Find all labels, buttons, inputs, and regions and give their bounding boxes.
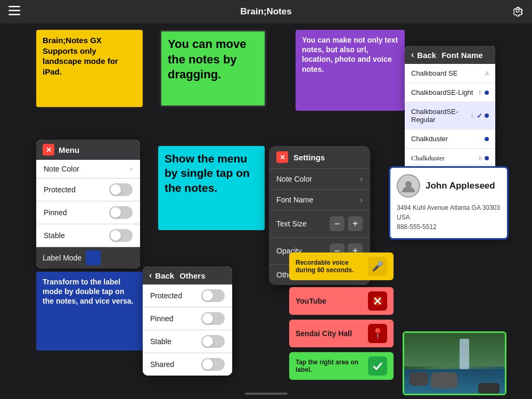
scroll-indicator [245, 393, 288, 395]
settings-close-button[interactable]: ✕ [276, 151, 288, 163]
protected-toggle[interactable] [109, 183, 133, 196]
label-note-voice[interactable]: Recordable voice during 60 seconds. 🎤 [289, 253, 394, 280]
menu-close-button[interactable]: ✕ [43, 144, 54, 156]
menu-item-protected[interactable]: Protected [36, 178, 140, 201]
font-panel-title: Font Name [441, 51, 483, 60]
font-dot-1 [485, 91, 489, 95]
contact-info: 3494 Kuhl Avenue Atlanta GA 30303 USA 88… [397, 203, 501, 232]
text-size-plus[interactable]: + [348, 216, 363, 231]
others-header[interactable]: ‹ Back Others [143, 266, 232, 284]
note-green-text: You can move the notes by dragging. [168, 37, 247, 81]
back-arrow-icon: ‹ [411, 50, 414, 60]
label-mode-tab [86, 250, 101, 265]
note-purple-text: You can make not only text notes, but al… [302, 36, 398, 74]
note-green[interactable]: You can move the notes by dragging. [160, 30, 266, 107]
font-dot-4 [485, 156, 489, 160]
font-alpha-0: A [485, 70, 489, 77]
stable-toggle[interactable] [109, 229, 133, 242]
others-pinned-toggle[interactable] [201, 312, 225, 325]
font-name-4: Chalkduster [411, 154, 445, 162]
chevron-icon: › [360, 175, 363, 183]
font-item-2[interactable]: ChalkboardSE-Regular L ✓ [405, 102, 495, 129]
menu-panel: ✕ Menu Note Color › Protected Pinned Sta… [36, 140, 140, 268]
menu-item-note-color[interactable]: Note Color › [36, 160, 140, 178]
app-title: Brain;Notes [240, 6, 291, 17]
note-blue-dark[interactable]: Transform to the label mode by double ta… [36, 272, 143, 351]
note-cyan[interactable]: Show the menu by single tap on the notes… [158, 146, 265, 230]
note-purple[interactable]: You can make not only text notes, but al… [296, 30, 405, 111]
chevron-icon: › [360, 196, 363, 204]
font-alpha-2: L [471, 112, 474, 119]
font-item-4[interactable]: Chalkduster R [405, 149, 495, 168]
contact-phone: 888-555-5512 [397, 223, 437, 231]
font-dot-3 [485, 137, 489, 141]
others-item-protected[interactable]: Protected [143, 284, 232, 307]
checkmark-icon: ✓ [477, 112, 482, 120]
font-alpha-1: F [479, 89, 482, 96]
text-size-minus[interactable]: − [330, 216, 345, 231]
others-panel: ‹ Back Others Protected Pinned Stable Sh… [143, 266, 232, 376]
others-stable-toggle[interactable] [201, 335, 225, 348]
label-note-sendai[interactable]: Sendai City Hall 📍 [289, 320, 394, 347]
label-note-youtube[interactable]: YouTube [289, 287, 394, 315]
font-back-label: Back [417, 51, 436, 60]
font-item-1[interactable]: ChalkboardSE-Light F [405, 83, 495, 102]
pinned-toggle[interactable] [109, 206, 133, 219]
font-name-2: ChalkboardSE-Regular [411, 108, 471, 124]
label-tap-text: Tap the right area on label. [296, 359, 368, 373]
settings-item-font-name[interactable]: Font Name › [269, 190, 370, 210]
hamburger-icon[interactable] [9, 6, 20, 18]
settings-header: ✕ Settings [269, 146, 370, 169]
others-back-label: Back [155, 271, 174, 280]
contact-address: 3494 Kuhl Avenue Atlanta GA 30303 USA [397, 204, 500, 221]
font-item-3[interactable]: Chalkduster [405, 129, 495, 149]
note-blue-dark-text: Transform to the label mode by double ta… [43, 278, 133, 305]
font-header[interactable]: ‹ Back Font Name [405, 46, 495, 64]
others-protected-toggle[interactable] [201, 289, 225, 302]
label-mode-text: Label Mode [43, 254, 81, 262]
settings-title: Settings [293, 153, 325, 162]
note-yellow-text: Brain;Notes GX Supports only landscape m… [43, 36, 118, 76]
svg-rect-2 [9, 14, 20, 15]
note-cyan-text: Show the menu by single tap on the notes… [165, 152, 250, 194]
label-youtube-text: YouTube [296, 297, 368, 305]
contact-top: John Appleseed [397, 174, 501, 198]
font-name-0: Chalkboard SE [411, 69, 457, 77]
gear-icon[interactable] [512, 5, 523, 19]
settings-item-text-size[interactable]: Text Size − + [269, 210, 370, 238]
label-voice-text: Recordable voice during 60 seconds. [296, 259, 368, 274]
photo-inner [404, 333, 505, 394]
chevron-icon: › [130, 165, 133, 173]
others-title: Others [179, 271, 205, 280]
svg-rect-0 [9, 6, 20, 7]
photo-note[interactable] [403, 331, 506, 395]
others-shared-toggle[interactable] [201, 358, 225, 371]
youtube-icon [368, 291, 387, 311]
label-mode-bar[interactable]: Label Mode [36, 247, 140, 268]
others-item-pinned[interactable]: Pinned [143, 307, 232, 330]
font-name-1: ChalkboardSE-Light [411, 88, 473, 96]
menu-item-stable[interactable]: Stable [36, 224, 140, 247]
label-note-tap[interactable]: Tap the right area on label. [289, 352, 394, 380]
contact-avatar [397, 174, 420, 198]
others-item-shared[interactable]: Shared [143, 353, 232, 376]
font-alpha-4: R [479, 155, 482, 161]
menu-item-pinned[interactable]: Pinned [36, 201, 140, 224]
font-dot-2 [485, 113, 489, 118]
text-size-stepper: − + [330, 216, 363, 231]
note-yellow[interactable]: Brain;Notes GX Supports only landscape m… [36, 30, 143, 107]
location-icon: 📍 [368, 324, 387, 343]
menu-header: ✕ Menu [36, 140, 140, 160]
contact-card[interactable]: John Appleseed 3494 Kuhl Avenue Atlanta … [389, 166, 509, 240]
menu-title: Menu [59, 145, 79, 154]
label-sendai-text: Sendai City Hall [296, 329, 368, 338]
contact-name: John Appleseed [425, 181, 495, 191]
svg-rect-1 [9, 10, 20, 11]
topbar: Brain;Notes [0, 0, 532, 23]
others-back-arrow-icon: ‹ [149, 271, 152, 280]
settings-item-note-color[interactable]: Note Color › [269, 169, 370, 190]
others-item-stable[interactable]: Stable [143, 330, 232, 353]
font-name-3: Chalkduster [411, 135, 448, 143]
mic-icon: 🎤 [368, 257, 387, 276]
font-item-0[interactable]: Chalkboard SE A [405, 64, 495, 83]
